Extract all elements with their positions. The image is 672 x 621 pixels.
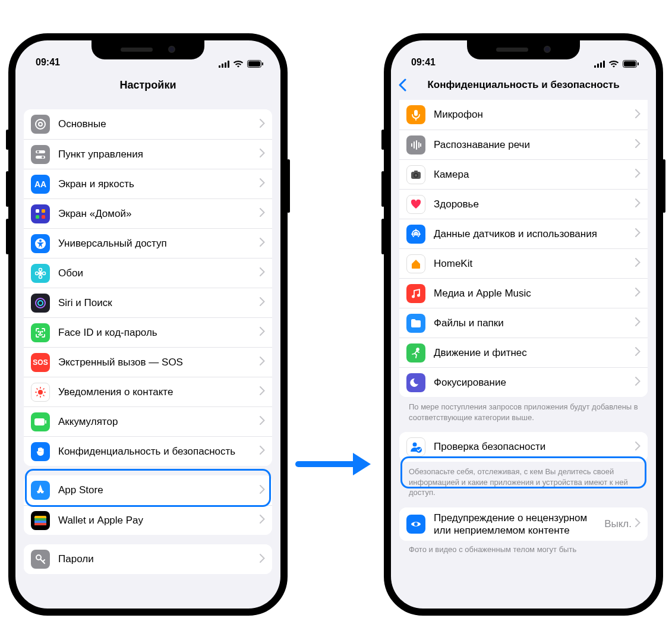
svg-point-27 [42,331,42,332]
flower-icon [31,264,50,283]
svg-rect-48 [603,61,605,68]
svg-rect-5 [248,61,260,67]
svg-point-60 [415,174,417,176]
svg-rect-6 [262,62,263,65]
chevron-right-icon [635,258,641,269]
chevron-right-icon [635,347,641,358]
settings-row[interactable]: Экран «Домой» [24,198,272,228]
person-check-icon [406,437,425,456]
section-footer: Обезопасьте себя, отслеживая, с кем Вы д… [399,462,648,498]
settings-row[interactable]: Face ID и код-пароль [24,317,272,347]
svg-rect-3 [228,61,229,68]
privacy-row[interactable]: Распознавание речи [399,130,648,159]
row-label: Файлы и папки [434,317,635,329]
svg-point-26 [38,331,39,332]
row-label: Движение и фитнес [434,346,635,359]
chevron-right-icon [635,169,641,180]
svg-rect-15 [36,215,39,219]
row-label: Пароли [58,553,260,565]
settings-row[interactable]: Аккумулятор [24,406,272,436]
settings-row[interactable]: Уведомления о контакте [24,377,272,406]
chevron-right-icon [260,515,265,526]
svg-point-12 [42,156,44,158]
settings-row[interactable]: Основные [24,109,272,139]
privacy-row[interactable]: Фокусирование [399,367,648,397]
privacy-row[interactable]: Файлы и папки [399,308,648,338]
chevron-right-icon [260,554,265,565]
row-label: Аккумулятор [58,415,260,428]
chevron-right-icon [635,198,641,210]
svg-point-28 [38,390,43,395]
row-label: Обои [58,267,260,279]
settings-section-2: App StoreWallet и Apple Pay [24,475,272,535]
page-title: Конфиденциальность и безопасность [427,79,619,91]
settings-row[interactable]: SOSЭкстренный вызов — SOS [24,347,272,377]
chevron-right-icon [260,267,265,279]
svg-rect-50 [624,61,636,67]
row-label: Wallet и Apple Pay [58,514,260,527]
section-footer: Фото и видео с обнаженным телом могут бы… [399,541,648,555]
privacy-row[interactable]: Данные датчиков и использования [399,219,648,248]
accessibility-icon [31,234,50,253]
svg-rect-14 [42,209,45,213]
row-label: Конфиденциальность и безопасность [58,445,260,458]
status-icons [219,60,264,68]
privacy-row[interactable]: Камера [399,159,648,189]
sos-icon: SOS [31,353,50,372]
row-label: Проверка безопасности [434,440,635,453]
row-label: Face ID и код-пароль [58,326,260,339]
privacy-row[interactable]: Проверка безопасности [399,432,648,462]
svg-point-64 [417,294,420,297]
privacy-section-1: МикрофонРаспознавание речиКамераЗдоровье… [399,100,648,397]
row-label: Пункт управления [58,148,260,160]
svg-point-8 [39,122,42,126]
settings-row[interactable]: Обои [24,258,272,288]
privacy-row[interactable]: Здоровье [399,189,648,219]
settings-row[interactable]: Wallet и Apple Pay [24,505,272,535]
settings-row[interactable]: Конфиденциальность и безопасность [24,436,272,466]
row-label: Предупреждение о нецензурном или неприем… [434,512,604,537]
settings-row[interactable]: Универсальный доступ [24,228,272,258]
notch [467,40,580,59]
settings-row[interactable]: Пароли [24,544,272,574]
svg-point-62 [415,234,417,235]
privacy-row[interactable]: Микрофон [399,100,648,130]
privacy-row[interactable]: Предупреждение о нецензурном или неприем… [399,507,648,541]
settings-row[interactable]: AAЭкран и яркость [24,169,272,198]
svg-point-18 [39,239,42,242]
privacy-row[interactable]: HomeKit [399,248,648,278]
screen-settings: 09:41 Настройки ОсновныеПункт управления… [15,40,280,609]
settings-row[interactable]: Siri и Поиск [24,288,272,317]
back-button[interactable] [398,78,406,94]
row-label: Основные [58,118,260,130]
chevron-right-icon [635,377,641,388]
svg-rect-37 [34,418,45,425]
sensor-icon [406,225,425,244]
chevron-right-icon [635,518,641,529]
svg-rect-13 [36,209,39,213]
svg-line-36 [37,395,38,396]
svg-rect-47 [600,62,602,68]
nav-title: Настройки [15,70,280,100]
privacy-row[interactable]: Движение и фитнес [399,338,648,367]
privacy-row[interactable]: Медиа и Apple Music [399,278,648,308]
heart-icon [406,195,425,214]
nav-title: Конфиденциальность и безопасность [391,70,656,100]
svg-rect-0 [219,65,220,68]
gear-icon [31,115,50,134]
chevron-right-icon [260,238,265,249]
settings-row[interactable]: App Store [24,475,272,505]
settings-section-3: Пароли [24,544,272,574]
row-label: Siri и Поиск [58,297,260,309]
settings-row[interactable]: Пункт управления [24,139,272,169]
hand-icon [31,442,50,461]
svg-point-65 [417,348,419,351]
status-time: 09:41 [411,57,436,68]
flow-arrow-icon [294,449,377,479]
row-label: Универсальный доступ [58,237,260,250]
svg-line-35 [43,388,45,389]
folder-icon [406,314,425,333]
key-icon [31,550,50,569]
camera-icon [406,165,425,184]
svg-point-68 [414,522,418,526]
